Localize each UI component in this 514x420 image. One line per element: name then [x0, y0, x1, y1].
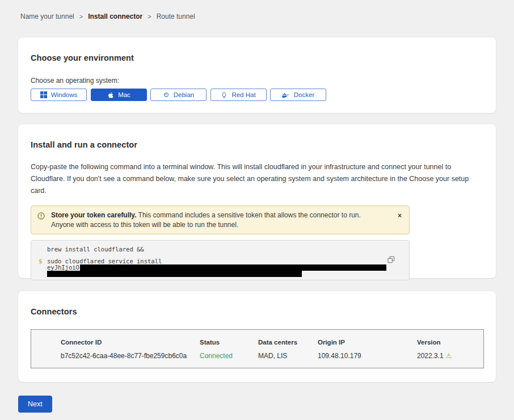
header-data-centers: Data centers: [258, 339, 318, 346]
version-value: 2022.3.1⚠: [417, 352, 482, 360]
docker-icon: [282, 92, 290, 98]
os-button-row: Windows Mac Debian: [31, 89, 483, 101]
header-connector-id: Connector ID: [61, 339, 200, 346]
warning-title: Store your token carefully.: [51, 211, 137, 219]
os-button-label: Red Hat: [231, 91, 255, 98]
token-prefix: eyJhIjoiO: [47, 264, 79, 271]
debian-icon: [163, 91, 170, 98]
choose-environment-card: Choose your environment Choose an operat…: [18, 37, 496, 113]
breadcrumb-step-name-tunnel[interactable]: Name your tunnel: [20, 12, 74, 20]
copy-icon[interactable]: [387, 256, 395, 265]
data-centers-value: MAD, LIS: [258, 352, 318, 360]
code-line-token: eyJhIjoiO: [47, 264, 386, 271]
header-version: Version: [417, 339, 482, 346]
os-button-label: Windows: [51, 91, 78, 98]
status-badge: Connected: [200, 352, 258, 360]
code-line-brew-install: brew install cloudflared &&: [47, 246, 144, 253]
warning-triangle-icon: ⚠: [446, 352, 452, 360]
token-warning-banner: Store your token carefully. This command…: [31, 205, 410, 234]
os-button-mac[interactable]: Mac: [91, 89, 147, 101]
redhat-icon: [221, 91, 227, 99]
alert-circle-icon: [37, 212, 45, 222]
apple-icon: [107, 91, 114, 99]
os-button-label: Debian: [174, 91, 194, 98]
connectors-card-title: Connectors: [31, 307, 483, 316]
origin-ip-value: 109.48.10.179: [318, 352, 417, 360]
os-button-label: Mac: [118, 91, 130, 98]
table-header-row: Connector ID Status Data centers Origin …: [61, 339, 483, 346]
breadcrumb-separator: >: [79, 13, 83, 20]
install-description: Copy-paste the following command into a …: [31, 161, 482, 197]
install-command-code-block: $ brew install cloudflared && sudo cloud…: [31, 240, 410, 280]
terminal-prompt: $: [39, 258, 42, 264]
header-origin-ip: Origin IP: [318, 339, 417, 346]
connectors-card: Connectors Connector ID Status Data cent…: [18, 291, 496, 382]
redacted-token-bar: [47, 271, 302, 277]
windows-icon: [40, 91, 47, 98]
os-button-redhat[interactable]: Red Hat: [210, 89, 267, 101]
connectors-table: Connector ID Status Data centers Origin …: [31, 329, 484, 368]
redacted-token-bar: [80, 264, 386, 271]
os-button-label: Docker: [294, 91, 314, 98]
breadcrumb-step-install-connector[interactable]: Install connector: [88, 12, 142, 20]
breadcrumb-step-route-tunnel[interactable]: Route tunnel: [157, 12, 195, 20]
close-icon[interactable]: ×: [398, 212, 402, 219]
install-card-title: Install and run a connector: [31, 140, 483, 149]
os-button-docker[interactable]: Docker: [270, 89, 326, 101]
connector-id-value: b7c52c42-6caa-48ee-8c77-fbe259cb6c0a: [61, 352, 200, 360]
tunnel-setup-page: Name your tunnel > Install connector > R…: [0, 0, 514, 420]
environment-card-title: Choose your environment: [31, 53, 483, 62]
os-button-debian[interactable]: Debian: [150, 89, 207, 101]
breadcrumb: Name your tunnel > Install connector > R…: [20, 12, 195, 20]
header-status: Status: [200, 339, 258, 346]
install-connector-card: Install and run a connector Copy-paste t…: [18, 124, 496, 278]
breadcrumb-separator: >: [148, 13, 151, 20]
next-button[interactable]: Next: [18, 396, 52, 413]
os-button-windows[interactable]: Windows: [31, 89, 87, 101]
table-row: b7c52c42-6caa-48ee-8c77-fbe259cb6c0a Con…: [61, 352, 483, 360]
os-select-label: Choose an operating system:: [31, 77, 483, 85]
